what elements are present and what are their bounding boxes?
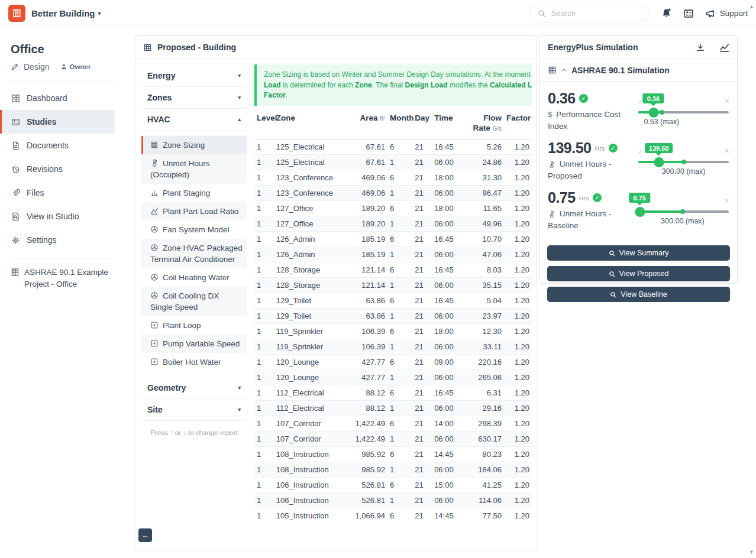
table-row[interactable]: 1128_Storage121.1462116:458.031.20 bbox=[254, 262, 532, 278]
cell-day: 21 bbox=[412, 355, 432, 370]
changelog-icon[interactable] bbox=[683, 8, 694, 19]
cell-day: 21 bbox=[412, 370, 432, 385]
table-row[interactable]: 1112_Electrical88.1212106:0029.161.20 bbox=[254, 401, 532, 416]
metric-unmet-hours-baseline: 0.75 Hrs ✓ Unmet Hours - Baseline × 0.75… bbox=[548, 189, 729, 232]
chevron-down-icon: ▾ bbox=[238, 73, 241, 79]
sidebar-item-dashboard[interactable]: Dashboard bbox=[0, 86, 115, 110]
report-item-fan-system-model[interactable]: Fan System Model bbox=[141, 220, 247, 239]
chart-line-icon[interactable] bbox=[719, 43, 729, 53]
slider-track[interactable] bbox=[638, 161, 729, 163]
cell-day: 21 bbox=[412, 262, 432, 278]
table-row[interactable]: 1123_Conference469.0612106:0096.471.20 bbox=[254, 186, 532, 201]
nav-section-zones[interactable]: Zones▾ bbox=[141, 87, 247, 109]
table-row[interactable]: 1120_Lounge427.7712106:00265.061.20 bbox=[254, 370, 532, 385]
table-row[interactable]: 1127_Office189.2062118:0011.651.20 bbox=[254, 201, 532, 216]
table-row[interactable]: 1105_Instruction1,066.9462114:4577.501.2… bbox=[254, 508, 532, 524]
report-item-plant-part-load-ratio[interactable]: Plant Part Load Ratio bbox=[141, 202, 247, 220]
table-row[interactable]: 1128_Storage121.1412106:0035.151.20 bbox=[254, 278, 532, 293]
table-row[interactable]: 1123_Conference469.0662118:0031.301.20 bbox=[254, 170, 532, 186]
cell-time: 16:45 bbox=[432, 140, 463, 155]
report-item-boiler-hot-water[interactable]: Boiler Hot Water bbox=[141, 353, 247, 371]
brand-label[interactable]: Better Building bbox=[31, 8, 95, 18]
view-baseline-button[interactable]: View Baseline bbox=[547, 287, 730, 302]
slider-dismiss-icon[interactable]: × bbox=[724, 96, 729, 105]
table-row[interactable]: 1107_Corridor1,422.4962114:00298.391.20 bbox=[254, 416, 532, 432]
nav-section-geometry[interactable]: Geometry▾ bbox=[141, 377, 247, 399]
slider-handle[interactable] bbox=[654, 157, 664, 167]
table-row[interactable]: 1112_Electrical88.1262116:456.311.20 bbox=[254, 385, 532, 401]
slider-handle[interactable] bbox=[635, 207, 645, 217]
simulation-run-row[interactable]: ASHRAE 90.1 Simulation bbox=[540, 59, 737, 82]
table-row[interactable]: 1127_Office189.2012106:0049.961.20 bbox=[254, 216, 532, 232]
support-button[interactable]: Support bbox=[705, 8, 748, 19]
table-row[interactable]: 1129_Toilet63.8612106:0023.971.20 bbox=[254, 309, 532, 324]
scrollbar-down-arrow[interactable]: ▼ bbox=[749, 549, 754, 555]
notifications-bell-icon[interactable] bbox=[661, 8, 672, 19]
slider-unmet-hours-baseline[interactable]: × 0.75 300.00 (max) bbox=[638, 189, 729, 231]
download-icon[interactable] bbox=[696, 43, 705, 52]
chevron-up-icon[interactable] bbox=[561, 67, 567, 73]
slider-max-dot[interactable] bbox=[660, 110, 664, 115]
report-item-unmet-hours-occupied[interactable]: Unmet Hours (Occupied) bbox=[141, 154, 247, 184]
sidebar-item-studies[interactable]: Studies bbox=[0, 110, 115, 134]
table-row[interactable]: 1129_Toilet63.8662116:455.041.20 bbox=[254, 293, 532, 309]
cell-factor: 1.20 bbox=[504, 293, 532, 309]
sidebar-item-documents[interactable]: Documents bbox=[0, 134, 115, 157]
table-row[interactable]: 1126_Admin185.1962116:4510.701.20 bbox=[254, 232, 532, 247]
cell-area: 88.12 bbox=[346, 385, 387, 401]
nav-section-hvac[interactable]: HVAC▴ bbox=[141, 109, 247, 131]
cell-area: 106.39 bbox=[346, 324, 387, 339]
cell-time: 09:00 bbox=[432, 355, 463, 370]
table-row[interactable]: 1108_Instruction985.9212106:00184.061.20 bbox=[254, 462, 532, 478]
report-item-coil-cooling-dx-single-speed[interactable]: Coil Cooling DX Single Speed bbox=[141, 287, 247, 316]
table-row[interactable]: 1107_Corridor1,422.4912106:00630.171.20 bbox=[254, 432, 532, 447]
design-label[interactable]: Design bbox=[24, 62, 50, 72]
view-summary-button[interactable]: View Summary bbox=[547, 245, 730, 261]
area-chart-icon bbox=[150, 207, 159, 215]
table-row[interactable]: 1106_Instruction526.8162115:0041.251.20 bbox=[254, 478, 532, 493]
view-proposed-button[interactable]: View Proposed bbox=[547, 266, 730, 281]
sidebar-item-settings[interactable]: Settings bbox=[0, 228, 115, 252]
nav-section-site[interactable]: Site▾ bbox=[141, 399, 247, 421]
search-box[interactable] bbox=[530, 5, 650, 22]
slider-apply-icon[interactable]: ✓ bbox=[638, 147, 644, 155]
table-row[interactable]: 1119_Sprinkler106.3912106:0033.111.20 bbox=[254, 339, 532, 355]
sidebar-item-revisions[interactable]: Revisions bbox=[0, 157, 115, 181]
report-item-zone-hvac-packaged-terminal-air-conditioner[interactable]: Zone HVAC Packaged Terminal Air Conditio… bbox=[141, 239, 247, 268]
search-input[interactable] bbox=[550, 8, 657, 18]
report-item-coil-heating-water[interactable]: Coil Heating Water bbox=[141, 268, 247, 287]
sidebar-item-view-in-studio[interactable]: View in Studio bbox=[0, 205, 115, 228]
cell-time: 16:45 bbox=[432, 262, 463, 278]
cell-level: 1 bbox=[254, 508, 274, 524]
slider-track[interactable] bbox=[638, 210, 729, 213]
slider-track[interactable] bbox=[638, 111, 729, 113]
slider-performance-cost-index[interactable]: ✓ × 0.36 0.53 (max) bbox=[638, 90, 729, 131]
report-item-plant-staging[interactable]: Plant Staging bbox=[141, 184, 247, 202]
scrollbar-up-arrow[interactable]: ▲ bbox=[749, 4, 754, 9]
column-day: Day bbox=[412, 109, 432, 140]
table-row[interactable]: 1106_Instruction526.8112106:00114.061.20 bbox=[254, 493, 532, 508]
app-logo[interactable] bbox=[8, 5, 25, 22]
collapse-report-button[interactable]: ← bbox=[138, 528, 152, 542]
report-item-zone-sizing[interactable]: Zone Sizing bbox=[141, 136, 247, 154]
sidebar-item-files[interactable]: Files bbox=[0, 181, 115, 205]
report-item-label: Coil Cooling DX Single Speed bbox=[150, 291, 219, 312]
slider-dismiss-icon[interactable]: × bbox=[724, 146, 729, 155]
slider-dismiss-icon[interactable]: × bbox=[724, 196, 729, 205]
nav-section-energy[interactable]: Energy▾ bbox=[141, 65, 247, 87]
sidebar-project-link[interactable]: ASHRAE 90.1 Example Project - Office bbox=[11, 267, 117, 290]
table-row[interactable]: 1126_Admin185.1912106:0047.061.20 bbox=[254, 247, 532, 262]
slider-max-dot[interactable] bbox=[681, 160, 686, 164]
slider-unmet-hours-proposed[interactable]: ✓ × 139.50 300.00 (max) bbox=[638, 140, 729, 181]
slider-max-dot[interactable] bbox=[680, 209, 685, 214]
report-item-pump-variable-speed[interactable]: Pump Variable Speed bbox=[141, 335, 247, 353]
table-row[interactable]: 1125_Electrical67.6162116:455.261.20 bbox=[254, 140, 532, 155]
cell-level: 1 bbox=[254, 401, 274, 416]
slider-handle[interactable] bbox=[649, 108, 659, 118]
table-row[interactable]: 1125_Electrical67.6112106:0024.861.20 bbox=[254, 155, 532, 170]
table-row[interactable]: 1119_Sprinkler106.3962118:0012.301.20 bbox=[254, 324, 532, 339]
report-item-plant-loop[interactable]: Plant Loop bbox=[141, 316, 247, 335]
cell-month: 6 bbox=[387, 262, 412, 278]
table-row[interactable]: 1120_Lounge427.7762109:00220.161.20 bbox=[254, 355, 532, 370]
table-row[interactable]: 1108_Instruction985.9262114:4580.231.20 bbox=[254, 447, 532, 462]
